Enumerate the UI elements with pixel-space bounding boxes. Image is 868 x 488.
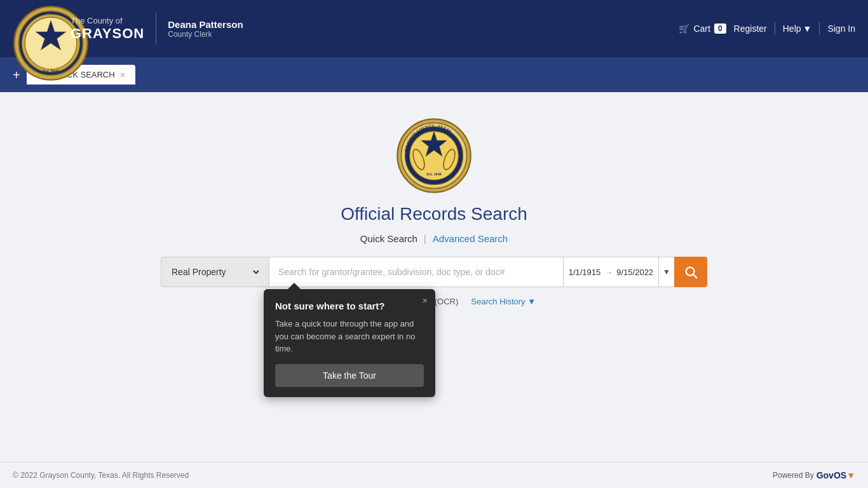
svg-line-17 xyxy=(693,274,696,278)
date-dropdown-button[interactable]: ▼ xyxy=(658,257,674,287)
clerk-name: Deana Patterson xyxy=(168,19,243,30)
county-seal: Est. 1846 GRAYSON COUNTY · TEXAS xyxy=(13,5,60,53)
search-input[interactable] xyxy=(269,257,563,287)
svg-text:Est. 1846: Est. 1846 xyxy=(43,68,59,72)
cart-icon: 🛒 xyxy=(679,24,689,34)
property-type-dropdown[interactable]: Real Property xyxy=(169,266,261,278)
county-of-label: The County of xyxy=(71,16,144,25)
chevron-down-icon: ▼ xyxy=(803,24,812,34)
page-title: Official Records Search xyxy=(341,204,527,224)
chevron-down-icon: ▼ xyxy=(663,268,670,276)
tooltip-arrow xyxy=(288,283,301,289)
govos-logo: Powered By GovOS▼ xyxy=(773,470,855,480)
clerk-info: Deana Patterson County Clerk xyxy=(168,19,243,39)
search-type-links: Quick Search | Advanced Search xyxy=(360,233,508,244)
svg-text:Est. 1846: Est. 1846 xyxy=(426,172,441,176)
quick-search-label[interactable]: Quick Search xyxy=(360,233,417,244)
search-history-link[interactable]: Search History ▼ xyxy=(471,297,536,306)
copyright: © 2022 Grayson County, Texas. All Rights… xyxy=(13,471,189,480)
header-divider-1 xyxy=(156,13,156,44)
search-type-divider: | xyxy=(424,233,426,244)
help-label: Help xyxy=(783,24,801,34)
signin-button[interactable]: Sign In xyxy=(827,24,855,34)
advanced-search-link[interactable]: Advanced Search xyxy=(433,233,508,244)
cart-button[interactable]: 🛒 Cart 0 xyxy=(679,24,726,34)
search-button[interactable] xyxy=(674,257,707,287)
tooltip-popup: × Not sure where to start? Take a quick … xyxy=(264,289,435,397)
search-bar-row: + 🔍 QUICK SEARCH × xyxy=(0,57,868,92)
tooltip-close-button[interactable]: × xyxy=(423,295,428,306)
search-history-label: Search History xyxy=(471,297,525,306)
header: Est. 1846 GRAYSON COUNTY · TEXAS The Cou… xyxy=(0,0,868,57)
powered-by-label: Powered By xyxy=(773,471,814,480)
tooltip-title: Not sure where to start? xyxy=(275,301,424,311)
tooltip-text: Take a quick tour through the app and yo… xyxy=(275,318,424,355)
date-from: 1/1/1915 xyxy=(569,268,601,277)
header-actions: 🛒 Cart 0 Register Help ▼ Sign In xyxy=(679,22,855,35)
county-info: The County of GRAYSON xyxy=(71,16,144,42)
cart-count: 0 xyxy=(714,24,726,34)
header-divider-2 xyxy=(775,22,775,35)
close-tab-button[interactable]: × xyxy=(120,71,125,79)
header-divider-3 xyxy=(819,22,820,35)
property-type-select[interactable]: Real Property xyxy=(161,257,269,287)
chevron-down-icon: ▼ xyxy=(527,297,536,306)
help-button[interactable]: Help ▼ xyxy=(783,24,812,34)
govos-brand: GovOS▼ xyxy=(817,470,855,480)
main-seal: Est. 1846 GRAYSON COUNTY · TEXAS xyxy=(396,118,472,194)
search-row: Real Property 1/1/1915 → 9/15/2022 ▼ xyxy=(161,257,707,287)
cart-label: Cart xyxy=(693,24,710,34)
take-tour-button[interactable]: Take the Tour xyxy=(275,364,424,387)
date-range: 1/1/1915 → 9/15/2022 xyxy=(563,257,658,287)
county-name: GRAYSON xyxy=(71,25,144,42)
footer: © 2022 Grayson County, Texas. All Rights… xyxy=(0,462,868,488)
register-button[interactable]: Register xyxy=(734,24,767,34)
date-to: 9/15/2022 xyxy=(616,268,653,277)
arrow-icon: → xyxy=(604,268,613,277)
clerk-title: County Clerk xyxy=(168,30,243,39)
